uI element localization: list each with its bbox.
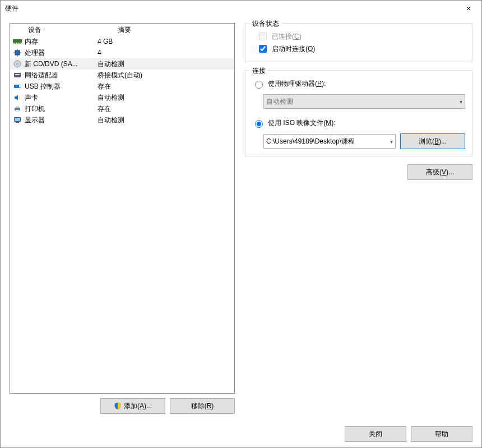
remove-button[interactable]: 移除(R) (170, 398, 235, 414)
device-name: 网络适配器 (25, 71, 95, 80)
device-row[interactable]: USB 控制器存在 (10, 81, 234, 92)
svg-rect-22 (16, 122, 18, 122)
disc-icon (12, 60, 22, 68)
usb-icon (12, 82, 22, 90)
svg-rect-6 (15, 50, 20, 55)
connect-at-startup-checkbox[interactable]: 启动时连接(O) (257, 43, 465, 55)
svg-rect-2 (15, 43, 16, 44)
svg-rect-0 (13, 39, 22, 43)
window-title: 硬件 (5, 4, 456, 13)
titlebar: 硬件 × (1, 1, 481, 16)
content-area: 设备 摘要 内存4 GB处理器4新 CD/DVD (SA...自动检测网络适配器… (1, 16, 481, 421)
iso-path-value: C:\Users\49189\Desktop\课程 (266, 137, 355, 146)
device-row[interactable]: 打印机存在 (10, 103, 234, 114)
device-status-legend: 设备状态 (250, 19, 281, 29)
advanced-button-label: 高级(V)... (426, 168, 454, 177)
device-row[interactable]: 处理器4 (10, 47, 234, 58)
advanced-button[interactable]: 高级(V)... (407, 164, 472, 180)
svg-rect-16 (19, 85, 21, 87)
device-list-header: 设备 摘要 (10, 24, 234, 36)
right-pane: 设备状态 已连接(C) 启动时连接(O) 连接 使用物理驱动器(P): (245, 23, 472, 414)
device-name: 新 CD/DVD (SA... (25, 59, 95, 69)
device-row[interactable]: 新 CD/DVD (SA...自动检测 (10, 58, 234, 70)
device-summary: 4 GB (95, 38, 234, 45)
svg-point-12 (17, 63, 18, 65)
device-row[interactable]: 显示器自动检测 (10, 114, 234, 126)
svg-rect-18 (16, 106, 19, 108)
device-summary: 自动检测 (95, 93, 234, 103)
col-device: 设备 (25, 25, 114, 35)
device-row[interactable]: 网络适配器桥接模式(自动) (10, 70, 234, 81)
device-summary: 存在 (95, 104, 234, 114)
svg-rect-21 (15, 118, 20, 121)
device-name: USB 控制器 (25, 82, 95, 91)
device-summary: 4 (95, 49, 234, 57)
svg-rect-4 (18, 43, 20, 44)
svg-rect-5 (20, 43, 21, 44)
device-name: 处理器 (25, 48, 95, 58)
add-button[interactable]: 添加(A)... (100, 398, 165, 414)
svg-rect-14 (15, 74, 20, 75)
device-status-group: 设备状态 已连接(C) 启动时连接(O) (245, 23, 472, 62)
display-icon (12, 116, 22, 124)
cpu-icon (12, 49, 22, 57)
connected-checkbox: 已连接(C) (257, 30, 465, 43)
device-row[interactable]: 声卡自动检测 (10, 92, 234, 103)
nic-icon (12, 71, 22, 79)
device-name: 打印机 (25, 104, 95, 114)
svg-rect-3 (17, 43, 18, 44)
device-name: 内存 (25, 37, 95, 47)
browse-button[interactable]: 浏览(B)... (400, 133, 465, 149)
close-button[interactable]: × (456, 1, 481, 16)
close-dialog-button[interactable]: 关闭 (345, 426, 406, 442)
device-row[interactable]: 内存4 GB (10, 36, 234, 47)
hardware-settings-window: 硬件 × 设备 摘要 内存4 GB处理器4新 CD/DVD (SA...自动检测… (0, 0, 482, 448)
shield-icon (114, 402, 122, 410)
sound-icon (12, 94, 22, 101)
device-summary: 桥接模式(自动) (95, 71, 234, 80)
iso-path-combo[interactable]: C:\Users\49189\Desktop\课程 ▾ (263, 134, 396, 149)
device-summary: 存在 (95, 82, 234, 91)
svg-rect-19 (16, 110, 19, 112)
svg-rect-1 (13, 43, 15, 44)
remove-button-label: 移除(R) (191, 401, 214, 411)
device-summary: 自动检测 (95, 116, 234, 125)
device-list[interactable]: 设备 摘要 内存4 GB处理器4新 CD/DVD (SA...自动检测网络适配器… (10, 23, 235, 394)
add-button-label: 添加(A)... (124, 401, 152, 411)
printer-icon (12, 105, 22, 113)
col-summary: 摘要 (114, 25, 135, 35)
chevron-down-icon[interactable]: ▾ (390, 138, 393, 145)
memory-icon (12, 39, 22, 44)
use-physical-drive-radio[interactable]: 使用物理驱动器(P): (252, 77, 465, 90)
device-name: 声卡 (25, 93, 95, 103)
svg-rect-23 (16, 122, 19, 123)
browse-button-label: 浏览(B)... (419, 137, 447, 146)
device-summary: 自动检测 (95, 59, 234, 69)
left-pane: 设备 摘要 内存4 GB处理器4新 CD/DVD (SA...自动检测网络适配器… (10, 23, 235, 414)
footer: 关闭 帮助 (1, 421, 481, 447)
help-button[interactable]: 帮助 (411, 426, 472, 442)
physical-drive-combo: 自动检测 ▾ (263, 94, 465, 109)
chevron-down-icon: ▾ (460, 99, 462, 105)
connection-legend: 连接 (250, 66, 268, 76)
physical-drive-value: 自动检测 (266, 97, 293, 107)
connection-group: 连接 使用物理驱动器(P): 自动检测 ▾ 使用 ISO 映像文件(M): (245, 70, 472, 156)
device-name: 显示器 (25, 116, 95, 125)
use-iso-radio[interactable]: 使用 ISO 映像文件(M): (252, 117, 465, 129)
